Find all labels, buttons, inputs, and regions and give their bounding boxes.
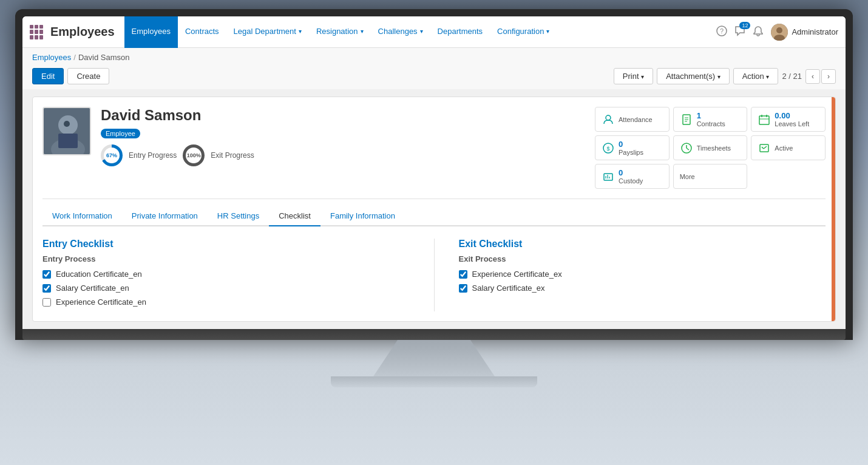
tab-checklist[interactable]: Checklist [269, 206, 320, 226]
attachments-button[interactable]: Attachment(s) [657, 68, 730, 84]
checklist-content: Entry Checklist Entry Process Education … [42, 239, 826, 311]
employee-header: David Samson Employee 67% Entry Progress… [42, 107, 826, 189]
print-button[interactable]: Print [614, 68, 653, 84]
svg-rect-27 [604, 174, 612, 180]
next-record-button[interactable]: › [821, 69, 836, 84]
exit-item-sal: Salary Certificate_ex [459, 283, 826, 293]
contracts-button[interactable]: 1 Contracts [673, 107, 748, 132]
exit-process-label: Exit Process [459, 254, 826, 263]
challenges-dropdown-arrow: ▾ [420, 28, 423, 35]
entry-progress-circle: 67% [101, 144, 123, 166]
contracts-info: 1 Contracts [697, 111, 725, 127]
card-separator [42, 199, 826, 199]
svg-line-23 [687, 148, 689, 150]
avatar [771, 24, 788, 41]
svg-point-10 [606, 115, 611, 120]
edit-button[interactable]: Edit [32, 68, 64, 84]
create-button[interactable]: Create [67, 68, 109, 84]
tabs: Work Information Private Information HR … [42, 206, 826, 226]
custody-label: Custody [619, 177, 643, 185]
active-icon [758, 141, 771, 155]
exit-item-exp: Experience Certificate_ex [459, 270, 826, 279]
app-menu-icon[interactable] [30, 25, 44, 39]
entry-checklist-title: Entry Checklist [42, 239, 410, 249]
breadcrumb: Employees / David Samson [22, 48, 846, 64]
main-nav: Employees Contracts Legal Department ▾ R… [124, 16, 717, 48]
more-button[interactable]: More [673, 164, 748, 189]
attendance-label: Attendance [619, 116, 653, 123]
breadcrumb-parent[interactable]: Employees [32, 53, 71, 62]
chat-icon[interactable]: 12 [734, 25, 745, 39]
legal-dept-dropdown-arrow: ▾ [299, 28, 302, 35]
nav-item-resignation[interactable]: Resignation ▾ [309, 16, 371, 48]
entry-process-label: Entry Process [42, 254, 410, 263]
employee-name: David Samson [101, 107, 585, 124]
tab-hr-settings[interactable]: HR Settings [208, 206, 269, 226]
svg-line-25 [762, 147, 764, 149]
nav-item-departments[interactable]: Departments [430, 16, 490, 48]
contracts-label: Contracts [697, 120, 725, 127]
nav-item-employees[interactable]: Employees [124, 16, 178, 48]
entry-exp-checkbox[interactable] [42, 298, 51, 307]
nav-item-legal-department[interactable]: Legal Department ▾ [226, 16, 309, 48]
chat-badge: 12 [739, 22, 750, 29]
employee-badge: Employee [101, 129, 140, 138]
entry-progress-value: 67% [104, 148, 120, 163]
checklist-divider [434, 239, 435, 311]
entry-item-sal: Salary Certificate_en [42, 283, 410, 293]
smart-buttons: Attendance [595, 107, 826, 189]
attendance-icon [602, 113, 615, 126]
attendance-button[interactable]: Attendance [595, 107, 670, 132]
svg-point-3 [776, 27, 782, 33]
tab-work-information[interactable]: Work Information [42, 206, 122, 226]
entry-sal-checkbox[interactable] [42, 284, 51, 293]
exit-progress-label: Exit Progress [211, 151, 254, 160]
config-dropdown-arrow: ▾ [546, 28, 549, 35]
nav-arrows: ‹ › [805, 69, 836, 84]
payslips-count: 0 [619, 140, 643, 149]
leaves-label: Leaves Left [775, 120, 809, 127]
nav-item-challenges[interactable]: Challenges ▾ [371, 16, 430, 48]
active-button[interactable]: Active [751, 135, 826, 160]
custody-info: 0 Custody [619, 168, 643, 185]
entry-sal-label: Salary Certificate_en [56, 283, 129, 293]
action-button[interactable]: Action [733, 68, 779, 84]
exit-exp-label: Experience Certificate_ex [472, 270, 562, 279]
orange-bar [832, 97, 835, 321]
custody-count: 0 [619, 168, 643, 177]
payslips-icon: $ [602, 141, 615, 155]
entry-edu-checkbox[interactable] [42, 270, 51, 279]
payslips-label: Payslips [619, 149, 643, 156]
timesheets-button[interactable]: Timesheets [673, 135, 748, 160]
payslips-button[interactable]: $ 0 Payslips [595, 135, 670, 160]
employee-card: David Samson Employee 67% Entry Progress… [32, 97, 836, 322]
tab-private-information[interactable]: Private Information [122, 206, 208, 226]
exit-progress-circle: 100% [183, 144, 205, 166]
pagination-area: 2 / 21 ‹ › [782, 69, 836, 84]
custody-icon [602, 170, 615, 183]
svg-rect-9 [58, 134, 78, 148]
nav-item-configuration[interactable]: Configuration ▾ [490, 16, 557, 48]
contracts-icon [680, 113, 693, 126]
exit-sal-checkbox[interactable] [459, 284, 467, 293]
exit-exp-checkbox[interactable] [459, 270, 467, 279]
entry-item-exp: Experience Certificate_en [42, 297, 410, 307]
svg-text:$: $ [606, 146, 609, 152]
custody-button[interactable]: 0 Custody [595, 164, 670, 189]
employee-photo [42, 107, 91, 155]
active-label: Active [775, 144, 793, 152]
help-icon[interactable]: ? [716, 25, 727, 39]
entry-progress-label: Entry Progress [129, 151, 177, 160]
nav-item-contracts[interactable]: Contracts [178, 16, 226, 48]
action-bar: Edit Create Print Attachment(s) Action 2… [22, 64, 846, 89]
prev-record-button[interactable]: ‹ [805, 69, 820, 84]
breadcrumb-separator: / [73, 53, 76, 62]
resignation-dropdown-arrow: ▾ [361, 28, 364, 35]
svg-rect-15 [759, 116, 769, 124]
exit-progress-value: 100% [186, 148, 202, 163]
tab-family-information[interactable]: Family Information [320, 206, 405, 226]
leaves-button[interactable]: 0.00 Leaves Left [751, 107, 826, 132]
user-menu[interactable]: Administrator [771, 24, 838, 41]
username: Administrator [792, 27, 838, 36]
notification-icon[interactable] [753, 25, 764, 39]
